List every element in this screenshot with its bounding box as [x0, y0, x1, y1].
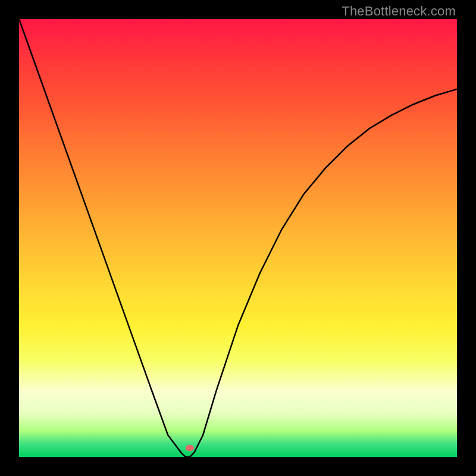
chart-frame: TheBottleneck.com [0, 0, 476, 476]
optimum-marker [186, 445, 194, 451]
bottleneck-curve [19, 19, 457, 457]
attribution-label: TheBottleneck.com [342, 4, 456, 19]
